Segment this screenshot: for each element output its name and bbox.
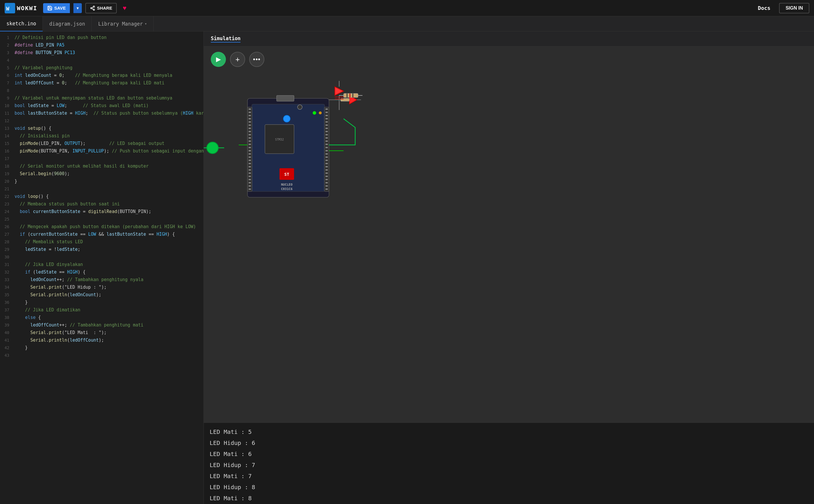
code-line: 4: [0, 56, 203, 64]
svg-rect-62: [325, 173, 328, 174]
line-content: // Jika LED dimatikan: [15, 306, 203, 314]
svg-rect-45: [325, 118, 328, 119]
svg-rect-48: [325, 128, 328, 129]
line-content: [15, 56, 203, 64]
line-number: 36: [0, 299, 15, 306]
tab-sketch[interactable]: sketch.ino: [0, 16, 43, 31]
svg-rect-64: [325, 179, 328, 180]
line-number: 35: [0, 291, 15, 299]
line-number: 9: [0, 94, 15, 102]
code-line: 33 ledOnCount++; // Tambahkan penghitung…: [0, 276, 203, 283]
line-content: int ledOffCount = 0; // Menghitung berap…: [15, 79, 203, 87]
green-led: [204, 136, 224, 161]
code-line: 7int ledOffCount = 0; // Menghitung bera…: [0, 79, 203, 87]
svg-rect-34: [249, 169, 251, 171]
code-line: 24 bool currentButtonState = digitalRead…: [0, 208, 203, 215]
svg-rect-54: [325, 147, 328, 148]
save-icon: [47, 6, 52, 11]
svg-rect-39: [249, 185, 251, 187]
signin-button[interactable]: SIGN IN: [779, 3, 809, 13]
svg-rect-58: [325, 160, 328, 161]
line-number: 20: [0, 178, 15, 185]
line-number: 13: [0, 125, 15, 132]
line-number: 18: [0, 162, 15, 170]
serial-line: LED Hidup : 6: [210, 437, 808, 448]
ellipsis-icon: •••: [253, 56, 260, 63]
save-button[interactable]: SAVE: [43, 3, 70, 13]
svg-rect-40: [249, 189, 251, 190]
line-content: }: [15, 344, 203, 352]
editor-pane: 1// Definisi pin LED dan push button2#de…: [0, 31, 204, 504]
topbar: W WOKWI SAVE ▾ SHARE ♥ Docs SIGN IN: [0, 0, 814, 16]
line-content: if (currentButtonState == LOW && lastBut…: [15, 230, 203, 238]
more-options-button[interactable]: •••: [249, 52, 264, 67]
line-number: 25: [0, 215, 15, 223]
line-content: bool currentButtonState = digitalRead(BU…: [15, 208, 203, 215]
line-content: // Definisi pin LED dan push button: [15, 34, 203, 41]
tab-library[interactable]: Library Manager ▾: [92, 16, 153, 31]
code-editor[interactable]: 1// Definisi pin LED dan push button2#de…: [0, 31, 203, 504]
line-content: // Inisialisasi pin: [15, 132, 203, 140]
line-content: [15, 87, 203, 94]
svg-line-6: [92, 7, 93, 8]
svg-rect-30: [249, 157, 251, 158]
docs-link[interactable]: Docs: [758, 5, 770, 11]
add-component-button[interactable]: +: [230, 52, 245, 67]
line-number: 8: [0, 87, 15, 94]
svg-rect-66: [325, 185, 328, 187]
code-line: 41 Serial.println(ledOffCount);: [0, 336, 203, 344]
line-number: 26: [0, 223, 15, 230]
line-number: 34: [0, 283, 15, 291]
share-button[interactable]: SHARE: [85, 3, 117, 13]
board-container: ST NUCLEO C031C6: [239, 90, 361, 212]
code-line: 40 Serial.print("LED Mati : ");: [0, 329, 203, 336]
line-number: 39: [0, 321, 15, 329]
line-content: Serial.begin(9600);: [15, 170, 203, 178]
line-number: 4: [0, 56, 15, 64]
svg-rect-41: [324, 107, 329, 191]
favorite-button[interactable]: ♥: [120, 2, 129, 14]
line-content: bool ledState = LOW; // Status awal LED …: [15, 102, 203, 109]
svg-rect-60: [325, 166, 328, 167]
line-content: if (ledState == HIGH) {: [15, 268, 203, 276]
tab-diagram[interactable]: diagram.json: [43, 16, 92, 31]
code-line: 32 if (ledState == HIGH) {: [0, 268, 203, 276]
code-line: 22void loop() {: [0, 193, 203, 200]
code-line: 6int ledOnCount = 0; // Menghitung berap…: [0, 72, 203, 79]
simulation-canvas[interactable]: ST NUCLEO C031C6: [204, 72, 814, 423]
line-content: Serial.print("LED Mati : ");: [15, 329, 203, 336]
svg-text:W: W: [6, 6, 9, 12]
serial-console[interactable]: LED Mati : 5LED Hidup : 6LED Mati : 6LED…: [204, 423, 814, 504]
line-content: bool lastButtonState = HIGH; // Status p…: [15, 109, 203, 117]
line-content: }: [15, 299, 203, 306]
simulation-pane: Simulation ▶ + •••: [204, 31, 814, 504]
line-content: ledOffCount++; // Tambahkan penghitung m…: [15, 321, 203, 329]
serial-line: LED Hidup : 8: [210, 482, 808, 493]
serial-line: LED Mati : 7: [210, 471, 808, 482]
simulation-controls: ▶ + •••: [204, 47, 814, 72]
svg-rect-37: [249, 179, 251, 180]
line-number: 31: [0, 261, 15, 268]
save-dropdown-button[interactable]: ▾: [73, 3, 82, 13]
svg-text:STM32: STM32: [275, 138, 284, 141]
line-number: 19: [0, 170, 15, 178]
line-number: 38: [0, 314, 15, 321]
code-line: 15 pinMode(LED_PIN, OUTPUT); // LED seba…: [0, 140, 203, 147]
line-content: // Membaca status push button saat ini: [15, 200, 203, 208]
code-line: 18 // Serial monitor untuk melihat hasil…: [0, 162, 203, 170]
svg-rect-19: [249, 121, 251, 123]
code-line: 29 ledState = !ledState;: [0, 246, 203, 253]
tab-bar: sketch.ino diagram.json Library Manager …: [0, 16, 814, 31]
svg-rect-47: [325, 125, 328, 126]
line-content: [15, 215, 203, 223]
line-number: 23: [0, 200, 15, 208]
code-line: 34 Serial.print("LED Hidup : ");: [0, 283, 203, 291]
svg-rect-43: [325, 112, 328, 113]
line-number: 33: [0, 276, 15, 283]
play-button[interactable]: ▶: [211, 52, 226, 67]
line-content: void loop() {: [15, 193, 203, 200]
code-line: 27 if (currentButtonState == LOW && last…: [0, 230, 203, 238]
simulation-header: Simulation: [204, 31, 814, 47]
line-content: // Jika LED dinyalakan: [15, 261, 203, 268]
line-number: 27: [0, 230, 15, 238]
